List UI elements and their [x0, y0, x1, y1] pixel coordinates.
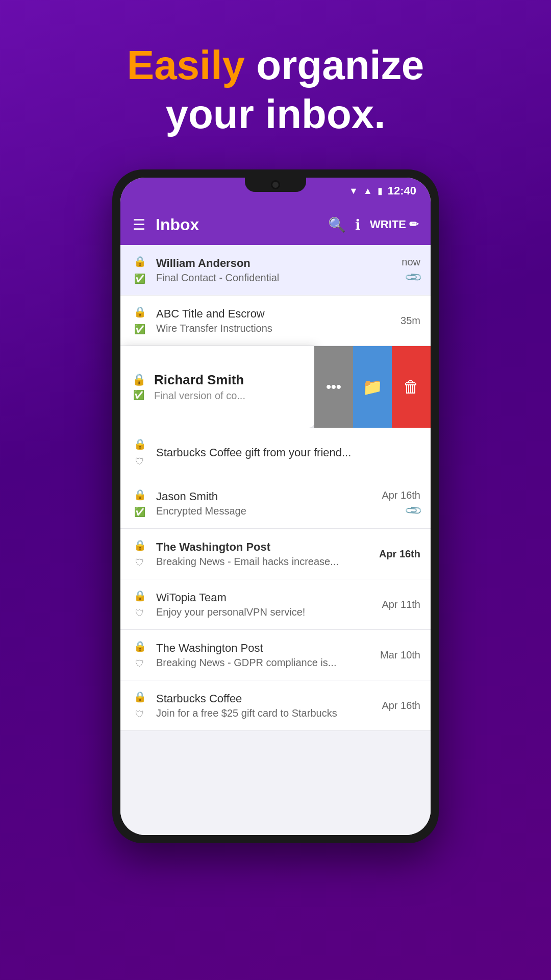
compose-icon: ✏ [409, 218, 418, 231]
delete-action[interactable]: 🗑 [392, 346, 431, 428]
list-item[interactable]: 🔒 🛡 The Washington Post Breaking News - … [120, 529, 431, 579]
phone-mockup: ▼ ▲ ▮ 12:40 ☰ Inbox 🔍 ℹ WRITE ✏ [112, 169, 439, 843]
security-icons: 🔒 🛡 [131, 538, 149, 570]
email-meta: Apr 16th [379, 548, 420, 560]
info-icon[interactable]: ℹ [355, 216, 361, 233]
lock-icon: 🔒 [132, 373, 146, 386]
email-sender: Starbucks Coffee [156, 692, 374, 705]
email-content: Starbucks Coffee gift from your friend..… [156, 446, 420, 459]
swipe-content: Richard Smith Final version of co... [154, 372, 304, 402]
list-item[interactable]: 🔒 ✅ ABC Title and Escrow Wire Transfer I… [120, 296, 431, 346]
email-time: Apr 16th [379, 548, 420, 560]
swipe-card[interactable]: 🔒 ✅ Richard Smith Final version of co... [120, 346, 314, 428]
list-item[interactable]: 🔒 🛡 The Washington Post Breaking News - … [120, 630, 431, 680]
email-content: The Washington Post Breaking News - GDPR… [156, 642, 373, 669]
list-item[interactable]: 🔒 🛡 Starbucks Coffee Join for a free $25… [120, 680, 431, 731]
email-list: 🔒 ✅ William Anderson Final Contact - Con… [120, 245, 431, 835]
more-action[interactable]: ••• [314, 346, 353, 428]
email-time: Apr 16th [382, 489, 420, 501]
lock-icon: 🔒 [133, 538, 147, 552]
hero-section: Easily organize your inbox. [127, 41, 424, 139]
search-icon[interactable]: 🔍 [328, 216, 346, 233]
email-content: ABC Title and Escrow Wire Transfer Instr… [156, 307, 393, 334]
email-content: The Washington Post Breaking News - Emai… [156, 541, 372, 568]
front-camera [271, 180, 280, 189]
lock-icon: 🔒 [133, 639, 147, 653]
swipe-row[interactable]: 🔒 ✅ Richard Smith Final version of co...… [120, 346, 431, 428]
email-sender: ABC Title and Escrow [156, 307, 393, 321]
email-time: 35m [400, 315, 420, 327]
security-icons: 🔒 ✅ [131, 487, 149, 519]
email-time: now [402, 256, 420, 268]
email-time: Apr 16th [382, 700, 420, 712]
security-icons: 🔒 🛡 [131, 690, 149, 721]
signal-icon: ▲ [363, 186, 372, 197]
shield-icon: ✅ [133, 272, 147, 286]
folder-action[interactable]: 📁 [353, 346, 392, 428]
email-content: Starbucks Coffee Join for a free $25 gif… [156, 692, 374, 719]
email-sender: The Washington Post [156, 541, 372, 554]
email-meta: 35m [400, 315, 420, 327]
app-bar-actions: 🔍 ℹ WRITE ✏ [328, 216, 418, 233]
email-sender: Richard Smith [154, 372, 304, 388]
attachment-icon: 📎 [404, 501, 423, 520]
status-time: 12:40 [388, 184, 416, 198]
email-subject: Final version of co... [154, 390, 304, 402]
email-subject: Encrypted Message [156, 505, 374, 517]
email-subject: Breaking News - GDPR compliance is... [156, 657, 373, 669]
email-content: Jason Smith Encrypted Message [156, 490, 374, 517]
email-subject: Wire Transfer Instructions [156, 323, 393, 334]
shield-icon: 🛡 [133, 656, 147, 671]
hero-easily: Easily [127, 42, 245, 88]
lock-icon: 🔒 [133, 254, 147, 268]
list-item[interactable]: 🔒 ✅ Jason Smith Encrypted Message Apr 16… [120, 478, 431, 529]
lock-icon: 🔒 [133, 437, 147, 451]
lock-icon: 🔒 [133, 690, 147, 704]
menu-icon[interactable]: ☰ [133, 216, 145, 233]
battery-icon: ▮ [378, 185, 383, 197]
inbox-title: Inbox [156, 215, 328, 234]
email-sender: Starbucks Coffee gift from your friend..… [156, 446, 420, 459]
email-subject: Join for a free $25 gift card to Starbuc… [156, 707, 374, 719]
folder-icon: 📁 [362, 377, 383, 397]
wifi-icon: ▼ [349, 186, 358, 197]
email-meta: now 📎 [402, 256, 420, 284]
shield-icon: 🛡 [133, 707, 147, 721]
email-time: Mar 10th [380, 649, 420, 661]
email-meta: Mar 10th [380, 649, 420, 661]
security-icons: 🔒 ✅ [131, 254, 149, 286]
security-icons: 🔒 🛡 [131, 639, 149, 671]
list-item[interactable]: 🔒 🛡 Starbucks Coffee gift from your frie… [120, 428, 431, 478]
email-content: William Anderson Final Contact - Confide… [156, 257, 394, 284]
security-icons: 🔒 🛡 [131, 437, 149, 469]
security-icons: 🔒 🛡 [131, 589, 149, 620]
app-bar: ☰ Inbox 🔍 ℹ WRITE ✏ [120, 204, 431, 245]
email-time: Apr 11th [382, 599, 420, 610]
shield-icon: 🛡 [133, 606, 147, 620]
email-meta: Apr 11th [382, 599, 420, 610]
write-label: WRITE [370, 218, 406, 231]
lock-icon: 🔒 [133, 589, 147, 603]
email-subject: Breaking News - Email hacks increase... [156, 556, 372, 568]
lock-icon: 🔒 [133, 487, 147, 502]
swipe-actions: ••• 📁 🗑 [314, 346, 431, 428]
email-sender: WiTopia Team [156, 591, 374, 604]
attachment-icon: 📎 [404, 268, 423, 287]
phone-screen: ▼ ▲ ▮ 12:40 ☰ Inbox 🔍 ℹ WRITE ✏ [120, 178, 431, 835]
email-sender: William Anderson [156, 257, 394, 270]
lock-icon: 🔒 [133, 305, 147, 319]
list-item[interactable]: 🔒 🛡 WiTopia Team Enjoy your personalVPN … [120, 579, 431, 630]
more-icon: ••• [326, 379, 341, 395]
security-icons: 🔒 ✅ [131, 305, 149, 336]
email-sender: Jason Smith [156, 490, 374, 503]
write-button[interactable]: WRITE ✏ [370, 218, 418, 231]
security-icons: 🔒 ✅ [131, 373, 147, 401]
list-item[interactable]: 🔒 ✅ William Anderson Final Contact - Con… [120, 245, 431, 296]
phone-notch [245, 178, 306, 192]
delete-icon: 🗑 [403, 378, 419, 397]
shield-icon: ✅ [133, 322, 147, 336]
shield-icon: ✅ [133, 389, 144, 401]
shield-icon: 🛡 [133, 454, 147, 469]
email-subject: Final Contact - Confidential [156, 272, 394, 284]
shield-icon: ✅ [133, 505, 147, 519]
